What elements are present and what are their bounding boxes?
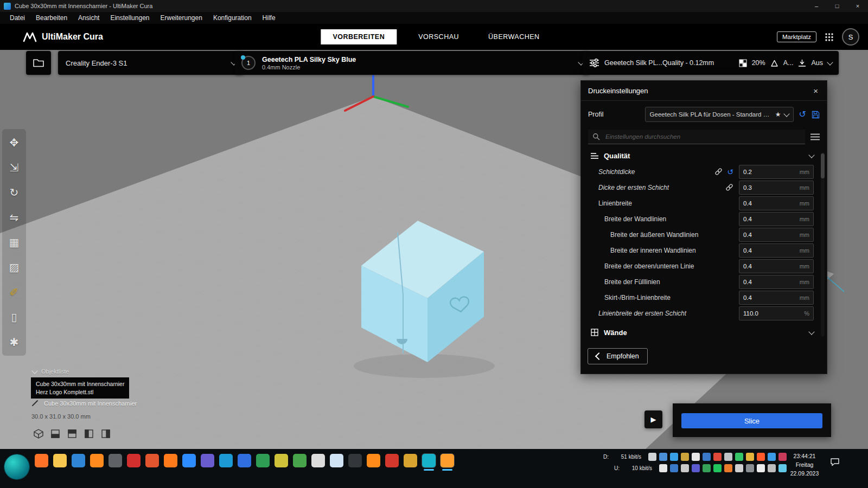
tray-icon[interactable]: [670, 453, 678, 461]
section-quality[interactable]: Qualität: [581, 147, 827, 164]
taskbar-app-acrobat[interactable]: [127, 454, 141, 467]
setting-value-field[interactable]: 0.4 mm: [739, 243, 814, 258]
taskbar-app-notes[interactable]: [275, 454, 288, 467]
menu-ansicht[interactable]: Ansicht: [73, 13, 105, 23]
custom-supports-tool[interactable]: ✱: [6, 334, 22, 350]
setting-value-field[interactable]: 0.4 mm: [739, 275, 814, 289]
move-tool[interactable]: ✥: [6, 134, 22, 151]
view-left-icon[interactable]: [83, 428, 95, 440]
taskbar-app-opera[interactable]: [385, 454, 399, 467]
per-model-settings-tool[interactable]: ▦: [6, 234, 22, 251]
open-file-button[interactable]: [26, 51, 51, 75]
menu-datei[interactable]: Datei: [4, 13, 30, 23]
setting-row-skirt-brim[interactable]: Skirt-/Brim-Linienbreite 0.4 mm: [581, 290, 827, 305]
close-panel-icon[interactable]: ×: [812, 86, 820, 95]
support-blocker-tool[interactable]: ▨: [6, 259, 22, 275]
save-profile-icon[interactable]: [812, 111, 820, 119]
setting-value-field[interactable]: 0.2 mm: [739, 165, 814, 179]
tray-icon[interactable]: [757, 453, 765, 461]
tray-icon[interactable]: [768, 453, 776, 461]
taskbar-app-settings[interactable]: [108, 454, 122, 467]
menu-bearbeiten[interactable]: Bearbeiten: [30, 13, 73, 23]
apps-grid-icon[interactable]: [825, 33, 834, 42]
tray-icon[interactable]: [681, 464, 689, 472]
tray-icon[interactable]: [724, 453, 732, 461]
taskbar-app-terminal[interactable]: [348, 454, 362, 467]
rotate-tool[interactable]: ↻: [6, 184, 22, 201]
setting-row-schichtdicke[interactable]: Schichtdicke ↺ 0.2 mm: [581, 164, 827, 179]
tray-icon[interactable]: [735, 464, 743, 472]
menu-konfiguration[interactable]: Konfiguration: [208, 13, 257, 23]
tray-icon[interactable]: [724, 464, 732, 472]
tab-vorschau[interactable]: VORSCHAU: [411, 29, 467, 44]
taskbar-app-cura[interactable]: [422, 454, 436, 467]
recommended-mode-button[interactable]: Empfohlen: [588, 348, 648, 364]
setting-row-innere-wandlinien[interactable]: Breite der inneren Wandlinien 0.4 mm: [581, 242, 827, 258]
tray-icon[interactable]: [746, 464, 754, 472]
view-top-icon[interactable]: [66, 428, 78, 440]
tray-icon[interactable]: [703, 464, 711, 472]
print-settings-summary[interactable]: Geeetech Silk PL...Quality - 0.12mm 20% …: [583, 51, 839, 75]
setting-value-field[interactable]: 0.3 mm: [739, 181, 814, 195]
tray-icon[interactable]: [735, 453, 743, 461]
account-avatar[interactable]: S: [842, 28, 859, 46]
settings-menu-icon[interactable]: [810, 133, 820, 140]
tray-icon[interactable]: [648, 453, 656, 461]
taskbar-app-evernote[interactable]: [293, 454, 307, 467]
section-walls[interactable]: Wände: [581, 324, 827, 341]
settings-search-input[interactable]: [604, 133, 801, 140]
taskbar-app-zoom[interactable]: [182, 454, 196, 467]
setting-row-obere-untere-linie[interactable]: Breite der oberen/unteren Linie 0.4 mm: [581, 258, 827, 274]
tray-icon[interactable]: [670, 464, 678, 472]
scale-tool[interactable]: ⇲: [6, 159, 22, 176]
setting-row-dicke-erste-schicht[interactable]: Dicke der ersten Schicht 0.3 mm: [581, 179, 827, 195]
menu-einstellungen[interactable]: Einstellungen: [105, 13, 155, 23]
minimize-button[interactable]: –: [806, 0, 827, 12]
material-selector[interactable]: 1 Geeetech PLA Silky Sky Blue 0.4mm Nozz…: [235, 51, 590, 75]
object-list-toggle[interactable]: Objektliste: [33, 368, 69, 375]
play-button[interactable]: ▶: [644, 410, 662, 428]
taskbar-app-office[interactable]: [367, 454, 380, 467]
taskbar-app-maps[interactable]: [145, 454, 159, 467]
tray-icon[interactable]: [703, 453, 711, 461]
tray-icon[interactable]: [692, 453, 700, 461]
setting-row-linienbreite-erste-schicht[interactable]: Linienbreite der ersten Schicht 110.0 %: [581, 305, 827, 321]
setting-value-field[interactable]: 0.4 mm: [739, 228, 814, 242]
tray-icon[interactable]: [659, 464, 667, 472]
taskbar-clock[interactable]: 23:44:21 Freitag 22.09.2023: [787, 452, 822, 478]
slice-button[interactable]: Slice: [681, 413, 822, 428]
tray-icon[interactable]: [681, 453, 689, 461]
profile-dropdown[interactable]: Geeetech Silk PLA für Dosen - Standard Q…: [645, 107, 794, 122]
tray-icon[interactable]: [746, 453, 754, 461]
tab-ueberwachen[interactable]: ÜBERWACHEN: [481, 29, 547, 44]
tray-icon[interactable]: [713, 464, 722, 472]
menu-hilfe[interactable]: Hilfe: [257, 13, 281, 23]
search-box[interactable]: [588, 130, 805, 144]
reset-profile-icon[interactable]: ↺: [799, 110, 806, 119]
link-icon[interactable]: [714, 168, 723, 176]
taskbar-app-firefox[interactable]: [35, 454, 48, 467]
taskbar-app-mail[interactable]: [238, 454, 251, 467]
taskbar-app-keepass[interactable]: [404, 454, 417, 467]
setting-value-field[interactable]: 0.4 mm: [739, 212, 814, 226]
setting-row-wandlinien[interactable]: Breite der Wandlinien 0.4 mm: [581, 211, 827, 227]
setting-row-aeussere-wandlinien[interactable]: Breite der äußeren Wandlinien 0.4 mm: [581, 227, 827, 242]
view-front-icon[interactable]: [49, 428, 61, 440]
maximize-button[interactable]: □: [827, 0, 847, 12]
reset-setting-icon[interactable]: ↺: [727, 168, 733, 176]
taskbar-app-teamviewer[interactable]: [219, 454, 233, 467]
setting-row-linienbreite[interactable]: Linienbreite 0.4 mm: [581, 195, 827, 211]
view-right-icon[interactable]: [100, 428, 112, 440]
favorite-star-icon[interactable]: ★: [775, 111, 781, 118]
close-button[interactable]: ×: [847, 0, 868, 12]
setting-row-fuelllinien[interactable]: Breite der Fülllinien 0.4 mm: [581, 274, 827, 290]
tray-icon[interactable]: [778, 464, 787, 472]
measure-tool[interactable]: ✐: [6, 284, 22, 300]
setting-value-field[interactable]: 0.4 mm: [739, 291, 814, 305]
marketplace-button[interactable]: Marktplatz: [777, 31, 816, 42]
taskbar-app-excel[interactable]: [256, 454, 270, 467]
object-list-item[interactable]: Cube 30x30mm mit Innenscharnier: [31, 400, 137, 407]
mirror-tool[interactable]: ⇋: [6, 209, 22, 226]
taskbar-app-teams[interactable]: [201, 454, 214, 467]
menu-erweiterungen[interactable]: Erweiterungen: [155, 13, 207, 23]
